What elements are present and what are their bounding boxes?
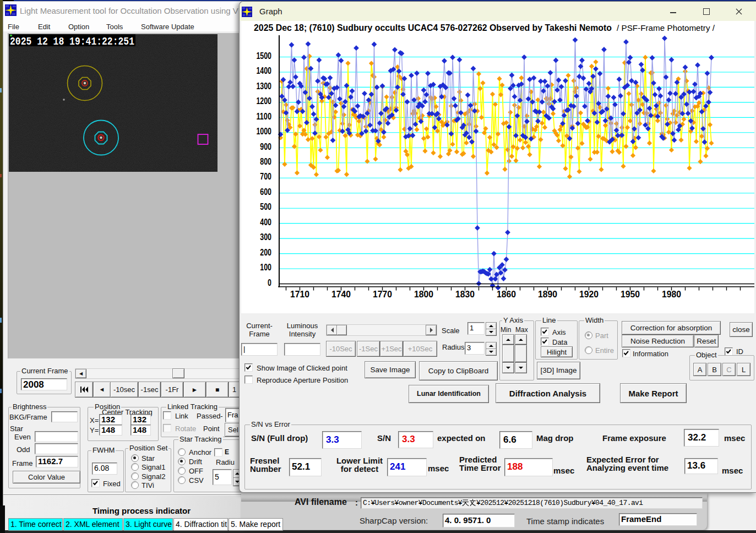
svg-text:1400: 1400 bbox=[256, 66, 271, 75]
svg-text:200: 200 bbox=[260, 247, 271, 257]
svg-text:100: 100 bbox=[260, 262, 271, 272]
svg-text:1000: 1000 bbox=[256, 126, 271, 136]
svg-text:2025 Dec 18; (7610) Sudbury oc: 2025 Dec 18; (7610) Sudbury occults UCAC… bbox=[254, 23, 612, 32]
svg-text:1100: 1100 bbox=[256, 111, 271, 121]
svg-text:1200: 1200 bbox=[256, 96, 271, 106]
svg-text:500: 500 bbox=[260, 202, 271, 211]
svg-text:400: 400 bbox=[260, 217, 271, 227]
svg-text:700: 700 bbox=[260, 171, 271, 181]
svg-text:1920: 1920 bbox=[579, 290, 599, 299]
svg-text:900: 900 bbox=[260, 142, 271, 151]
svg-text:1890: 1890 bbox=[538, 290, 557, 299]
svg-text:1740: 1740 bbox=[331, 290, 351, 299]
svg-text:1800: 1800 bbox=[414, 290, 433, 299]
svg-text:800: 800 bbox=[260, 156, 271, 166]
svg-text:600: 600 bbox=[260, 187, 271, 197]
svg-text:1980: 1980 bbox=[662, 290, 681, 299]
svg-text:1950: 1950 bbox=[621, 290, 640, 299]
svg-text:1500: 1500 bbox=[256, 51, 271, 61]
svg-text:1860: 1860 bbox=[497, 290, 516, 299]
svg-text:1300: 1300 bbox=[256, 81, 271, 91]
svg-text:1770: 1770 bbox=[373, 290, 392, 299]
svg-text:300: 300 bbox=[260, 232, 271, 242]
svg-text:2025 12 18 19:41:22:251: 2025 12 18 19:41:22:251 bbox=[10, 35, 134, 48]
svg-text:0: 0 bbox=[268, 278, 271, 287]
svg-text:1830: 1830 bbox=[455, 290, 475, 299]
svg-text:1710: 1710 bbox=[290, 290, 309, 299]
svg-text:/ PSF-Frame Photometry /: / PSF-Frame Photometry / bbox=[617, 23, 715, 32]
